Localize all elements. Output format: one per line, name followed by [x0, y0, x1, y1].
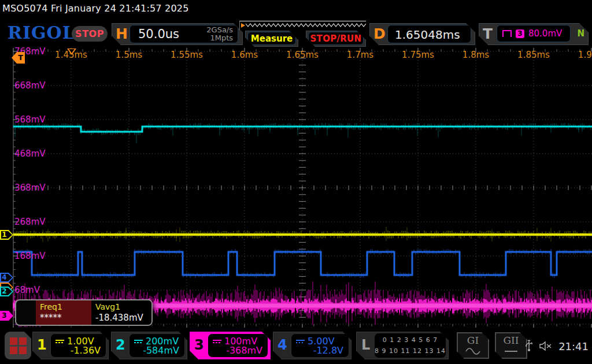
- trigger-level-value: 80.0mV: [528, 28, 562, 39]
- sample-rate-memdepth: 2GSa/s 1Mpts: [206, 26, 233, 42]
- logic-row-8-15: 8 9 10 11 12 13 14 15: [375, 346, 446, 364]
- dc-coupling-icon: [56, 340, 64, 343]
- preview-position-arrow-icon: [241, 23, 245, 28]
- volt-label: 168mV: [14, 251, 46, 261]
- generator2-button[interactable]: GII: [495, 332, 527, 359]
- d-label: D: [373, 25, 386, 42]
- dc-coupling-icon: [134, 340, 143, 343]
- time-label: 1.8ms: [462, 50, 489, 60]
- time-label: 1.5ms: [116, 50, 142, 60]
- channel-marker-2[interactable]: 2: [0, 287, 13, 296]
- preview-zigzag: [240, 21, 366, 30]
- time-label: 1.7ms: [347, 50, 373, 60]
- channel4-status[interactable]: 4 5.00V -12.8V: [273, 332, 352, 359]
- channel-marker-1[interactable]: 1: [0, 230, 13, 240]
- trigger-pulse-icon: [502, 30, 512, 37]
- time-label: 1.55ms: [171, 50, 203, 60]
- generator1-button[interactable]: GI: [457, 332, 489, 359]
- usb-icon: [525, 340, 533, 352]
- volt-label: 668mV: [14, 80, 46, 91]
- measure-button[interactable]: Measure: [245, 31, 298, 47]
- channel4-offset: -12.8V: [313, 345, 343, 356]
- volt-label: 268mV: [14, 217, 46, 227]
- waveform-display-area: 1.45ms1.5ms1.55ms1.6ms1.65ms1.7ms1.75ms1…: [0, 47, 592, 328]
- volt-label: 568mV: [14, 114, 46, 125]
- status-icons: 21:41: [525, 328, 589, 364]
- trigger-mode: N: [577, 28, 584, 39]
- time-label: 1.6ms: [231, 50, 258, 60]
- measure-popup-spacer: [16, 300, 36, 325]
- line-icon: [504, 348, 519, 355]
- measurement-popup: Freq1 ***** Vavg1 -18.438mV: [15, 299, 153, 326]
- delay-panel[interactable]: D 1.65048ms: [369, 23, 475, 45]
- dc-coupling-icon: [213, 340, 221, 343]
- channel1-status[interactable]: 1 1.00V -1.36V: [32, 332, 109, 359]
- menu-button[interactable]: [5, 332, 31, 359]
- timebase-value: 50.0us: [138, 27, 179, 41]
- horizontal-timebase-panel[interactable]: H 50.0us 2GSa/s 1Mpts: [112, 23, 243, 45]
- header-bar: RIGOL STOP H 50.0us 2GSa/s 1Mpts Measure: [0, 17, 592, 47]
- measure-item-freq1[interactable]: Freq1 *****: [36, 300, 91, 325]
- logic-row-0-7: 0 1 2 3 4 5 6 7: [375, 335, 446, 346]
- time-label: 1.85ms: [517, 50, 550, 60]
- waveform-canvas: [0, 47, 592, 328]
- waveform-preview-strip[interactable]: [239, 21, 366, 30]
- stop-run-button[interactable]: STOP/RUN: [306, 31, 366, 47]
- channel-marker-4[interactable]: 4: [0, 273, 13, 283]
- channel2-status[interactable]: 2 200mV -584mV: [111, 332, 187, 359]
- speaker-muted-icon: [539, 341, 553, 351]
- channel3-status[interactable]: 3 100mV -368mV: [190, 332, 271, 359]
- time-label: 1.9ms: [578, 50, 592, 60]
- trigger-position-marker[interactable]: [67, 49, 76, 55]
- time-label: 1.65ms: [286, 50, 319, 60]
- run-state-indicator: STOP: [72, 26, 108, 42]
- top-bar: MSO5074 Fri January 24 21:41:57 2025: [0, 0, 592, 17]
- bottom-status-bar: 1 1.00V -1.36V 2 200mV -584mV 3 100mV -3…: [0, 328, 592, 364]
- sine-icon: [465, 348, 480, 355]
- model-and-datetime: MSO5074 Fri January 24 21:41:57 2025: [2, 3, 189, 14]
- rigol-logo: RIGOL: [8, 23, 75, 43]
- trigger-source-badge: 3: [516, 29, 524, 38]
- logic-channels-status[interactable]: L 0 1 2 3 4 5 6 7 8 9 10 11 12 13 14 15: [356, 332, 449, 359]
- menu-grid-icon: [10, 337, 17, 345]
- clock: 21:41: [558, 340, 589, 352]
- timebase-box: 50.0us 2GSa/s 1Mpts: [130, 25, 238, 43]
- t-label: T: [483, 25, 493, 42]
- h-label: H: [116, 25, 128, 42]
- delay-value: 1.65048ms: [395, 28, 460, 42]
- time-label: 1.75ms: [402, 50, 434, 60]
- trigger-box: 3 80.0mV: [497, 25, 571, 42]
- trigger-panel[interactable]: T 3 80.0mV N: [479, 23, 589, 45]
- channel2-offset: -584mV: [143, 345, 179, 356]
- channel1-offset: -1.36V: [71, 345, 101, 356]
- oscilloscope-screen: MSO5074 Fri January 24 21:41:57 2025 RIG…: [0, 0, 592, 364]
- volt-label: 368mV: [14, 183, 46, 193]
- delay-box: 1.65048ms: [387, 25, 471, 43]
- channel-marker-3[interactable]: 3: [0, 311, 13, 321]
- dc-coupling-icon: [296, 340, 305, 343]
- measure-item-vavg1[interactable]: Vavg1 -18.438mV: [91, 300, 151, 325]
- volt-label: 68mV: [14, 285, 40, 295]
- channel3-offset: -368mV: [226, 345, 262, 356]
- volt-label: 468mV: [14, 148, 46, 159]
